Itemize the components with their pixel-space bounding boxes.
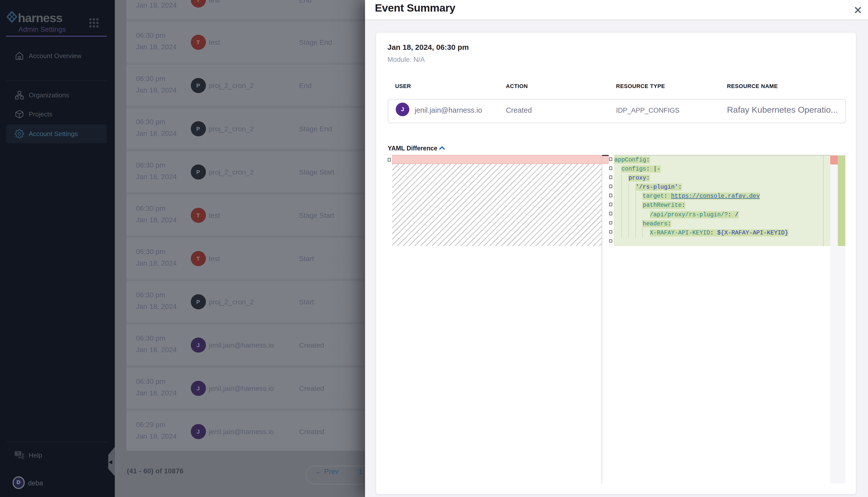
svg-text:?: ? [17, 451, 19, 455]
